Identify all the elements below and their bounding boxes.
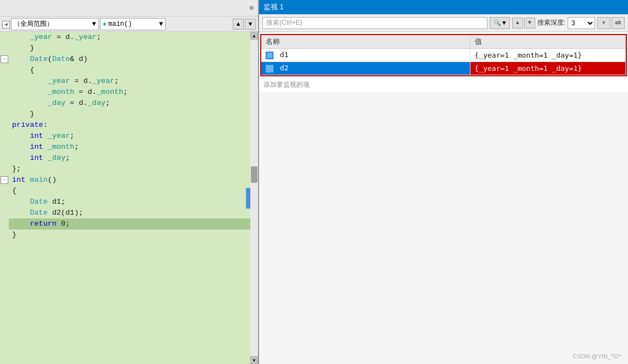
watch-cell-d1-value: {_year=1 _month=1 _day=1} [470,48,626,61]
vertical-scrollbar[interactable]: ▲ ▼ [250,32,258,364]
code-lines: _year = d._year; } Date(Date& d) { _year… [9,32,250,364]
col-value-header: 值 [470,35,626,48]
editor-toolbar: ⚙ [0,0,258,16]
watch-title-bar: 监视 1 [259,0,628,14]
search-dropdown-arrow: ▼ [502,20,506,26]
watch-nav: ▲ ▼ [512,18,535,29]
code-line-18: return 0; [9,219,250,229]
gutter-empty-9 [0,131,9,142]
gutter-empty-17 [0,229,9,240]
global-dropdown-arrow: ▼ [92,20,96,28]
nav-down-button[interactable]: ▼ [245,19,256,30]
depth-select[interactable]: 3 1 2 4 [568,17,595,29]
watch-nav-down-btn[interactable]: ▼ [524,18,535,29]
code-line-13: }; [9,164,250,175]
gutter-empty-2 [0,43,9,54]
watch-row-d1[interactable]: d1 {_year=1 _month=1 _day=1} [261,48,626,61]
watch-cell-d2-name: d2 [261,61,470,75]
code-area: − − _year = d._year; } [0,32,258,364]
watch-table-header: 名称 值 [261,35,626,48]
watch-table-wrapper: 名称 值 d1 {_year=1 _month=1 _day=1} [260,34,627,76]
gutter-empty-14 [0,197,9,208]
code-line-15: { [9,186,250,197]
code-line-12: int _day; [9,153,250,164]
code-line-17: Date d2(d1); [9,208,250,219]
code-editor: ⚙ ◀ （全局范围） ▼ ◈ main() ▼ ▲ ▼ − [0,0,258,364]
watch-cell-d1-name: d1 [261,48,470,61]
watch-title: 监视 1 [263,2,284,12]
scope-bar: ◀ （全局范围） ▼ ◈ main() ▼ ▲ ▼ [0,16,258,32]
gutter-empty-13 [0,186,9,197]
global-scope-dropdown[interactable]: （全局范围） ▼ [11,18,99,30]
func-scope-dropdown[interactable]: ◈ main() ▼ [100,18,166,30]
code-line-8: } [9,109,250,120]
nav-arrows: ▲ ▼ [233,19,256,30]
code-line-1: _year = d._year; [9,32,250,43]
collapse-left-icon[interactable]: ◀ [2,21,10,29]
watch-row-d2[interactable]: d2 {_year=1 _month=1 _day=1} [261,61,626,75]
depth-label: 搜索深度: [537,18,565,27]
gutter-empty-3 [0,65,9,76]
watch-table: 名称 值 d1 {_year=1 _month=1 _day=1} [261,35,626,75]
code-line-11: int _month; [9,142,250,153]
watch-content: 名称 值 d1 {_year=1 _month=1 _day=1} [259,32,628,364]
d1-name-text: d1 [280,51,289,59]
watch-nav-up-btn[interactable]: ▲ [512,18,523,29]
left-gutter: − − [0,32,9,364]
settings-icon[interactable]: ⚙ [247,4,256,13]
code-line-6: _month = d._month; [9,87,250,98]
code-line-4: { [9,65,250,76]
gutter-collapse-main[interactable]: − [0,175,9,186]
gutter-empty-15 [0,208,9,219]
gutter-empty-8 [0,120,9,131]
search-icon: 🔍 [494,19,501,26]
gutter-empty-7 [0,109,9,120]
nav-up-button[interactable]: ▲ [233,19,244,30]
gutter-empty-16 [0,219,9,229]
watch-tool-icons: ꜰ ab [597,17,625,29]
func-dropdown-arrow: ▼ [159,20,163,28]
d2-name-text: d2 [280,64,289,72]
code-line-10: int _year; [9,131,250,142]
gutter-empty-12 [0,164,9,175]
scroll-up-btn[interactable]: ▲ [250,32,258,40]
code-line-7: _day = d._day; [9,98,250,109]
watch-panel: 监视 1 搜索(Ctrl+E) 🔍 ▼ ▲ ▼ 搜索深度: 3 1 2 4 ꜰ … [258,0,628,364]
gutter-empty-1 [0,32,9,43]
gutter-empty-11 [0,153,9,164]
code-line-5: _year = d._year; [9,76,250,87]
code-line-16: Date d1; [9,197,250,208]
search-box[interactable]: 搜索(Ctrl+E) [262,17,487,29]
watch-format-btn[interactable]: ꜰ [597,17,610,29]
h-scroll-indicator [246,188,250,209]
gutter-empty-5 [0,87,9,98]
col-name-header: 名称 [261,35,470,48]
collapse-main-btn[interactable]: − [1,176,8,184]
gutter-collapse-copy-ctor[interactable]: − [0,54,9,65]
search-btn[interactable]: 🔍 ▼ [490,17,510,29]
scroll-thumb[interactable] [251,166,257,183]
d2-object-icon [266,65,273,72]
code-line-14: int main() [9,175,250,186]
watch-toolbar: 搜索(Ctrl+E) 🔍 ▼ ▲ ▼ 搜索深度: 3 1 2 4 ꜰ ab [259,14,628,32]
gutter-empty-6 [0,98,9,109]
watch-cell-d2-value: {_year=1 _month=1 _day=1} [470,61,626,75]
watermark: CSDN @YIN_^O^ [573,353,621,360]
gutter-empty-4 [0,76,9,87]
cube-icon: ◈ [103,20,106,28]
add-watch-row[interactable]: 添加要监视的项 [259,79,628,92]
add-watch-text: 添加要监视的项 [263,80,310,89]
collapse-copy-ctor-btn[interactable]: − [1,55,8,63]
scroll-down-btn[interactable]: ▼ [250,356,258,364]
search-placeholder: 搜索(Ctrl+E) [266,18,302,27]
code-line-3: Date(Date& d) [9,54,250,65]
code-line-9: private: [9,120,250,131]
code-line-19: } [9,229,250,240]
scroll-track[interactable] [250,40,258,356]
code-line-2: } [9,43,250,54]
gutter-empty-10 [0,142,9,153]
d1-object-icon [266,52,273,59]
watch-abc-btn[interactable]: ab [612,17,625,29]
